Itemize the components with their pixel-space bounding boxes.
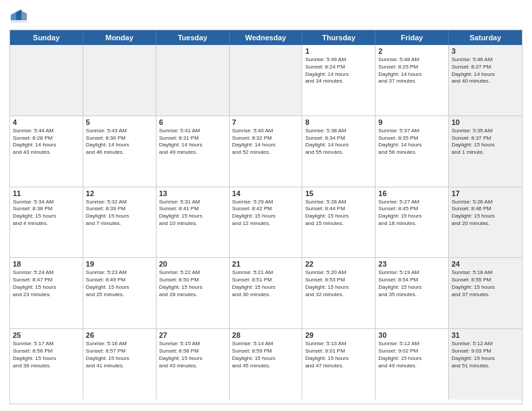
day-info: Sunrise: 5:49 AM Sunset: 8:24 PM Dayligh… [305,56,372,85]
calendar: SundayMondayTuesdayWednesdayThursdayFrid… [9,30,523,404]
calendar-row-1: 1Sunrise: 5:49 AM Sunset: 8:24 PM Daylig… [10,45,522,116]
day-info: Sunrise: 5:43 AM Sunset: 8:30 PM Dayligh… [86,128,153,156]
day-info: Sunrise: 5:27 AM Sunset: 8:45 PM Dayligh… [378,199,445,228]
day-number: 24 [451,260,519,268]
calendar-cell-day-10: 10Sunrise: 5:35 AM Sunset: 8:37 PM Dayli… [449,116,522,187]
calendar-cell-day-6: 6Sunrise: 5:41 AM Sunset: 8:31 PM Daylig… [157,116,230,187]
day-number: 6 [159,118,226,126]
calendar-cell-day-20: 20Sunrise: 5:22 AM Sunset: 8:50 PM Dayli… [157,258,230,328]
calendar-row-2: 4Sunrise: 5:44 AM Sunset: 8:28 PM Daylig… [10,116,522,187]
day-info: Sunrise: 5:34 AM Sunset: 8:38 PM Dayligh… [13,199,80,228]
day-number: 21 [232,260,300,268]
day-header-sunday: Sunday [10,30,83,45]
day-number: 17 [451,189,519,197]
day-info: Sunrise: 5:12 AM Sunset: 9:02 PM Dayligh… [378,340,445,369]
calendar-cell-day-14: 14Sunrise: 5:29 AM Sunset: 8:42 PM Dayli… [230,187,303,258]
calendar-cell-day-23: 23Sunrise: 5:19 AM Sunset: 8:54 PM Dayli… [375,258,449,328]
calendar-row-5: 25Sunrise: 5:17 AM Sunset: 8:56 PM Dayli… [10,328,522,400]
day-number: 27 [159,331,226,339]
calendar-cell-empty [10,45,83,116]
calendar-cell-empty [230,45,303,116]
day-number: 25 [13,331,80,339]
day-number: 1 [305,47,372,55]
day-number: 18 [13,260,80,268]
calendar-cell-day-5: 5Sunrise: 5:43 AM Sunset: 8:30 PM Daylig… [83,116,157,187]
calendar-cell-day-21: 21Sunrise: 5:21 AM Sunset: 8:51 PM Dayli… [230,258,303,328]
calendar-cell-day-15: 15Sunrise: 5:28 AM Sunset: 8:44 PM Dayli… [302,187,375,258]
day-info: Sunrise: 5:37 AM Sunset: 8:35 PM Dayligh… [378,128,445,156]
calendar-cell-day-29: 29Sunrise: 5:13 AM Sunset: 9:01 PM Dayli… [302,329,375,400]
calendar-header: SundayMondayTuesdayWednesdayThursdayFrid… [10,30,522,45]
day-number: 8 [305,118,372,126]
calendar-cell-day-27: 27Sunrise: 5:15 AM Sunset: 8:58 PM Dayli… [157,329,230,400]
day-number: 4 [13,118,80,126]
calendar-cell-day-28: 28Sunrise: 5:14 AM Sunset: 8:59 PM Dayli… [230,329,303,400]
logo [9,7,31,26]
day-info: Sunrise: 5:14 AM Sunset: 8:59 PM Dayligh… [232,340,300,369]
day-number: 9 [378,118,445,126]
day-number: 30 [378,331,445,339]
day-number: 2 [378,47,445,55]
day-header-monday: Monday [83,30,157,45]
calendar-cell-day-31: 31Sunrise: 5:12 AM Sunset: 9:03 PM Dayli… [449,329,522,400]
calendar-cell-day-25: 25Sunrise: 5:17 AM Sunset: 8:56 PM Dayli… [10,329,83,400]
day-number: 11 [13,189,80,197]
day-number: 23 [378,260,445,268]
calendar-cell-day-22: 22Sunrise: 5:20 AM Sunset: 8:53 PM Dayli… [302,258,375,328]
day-number: 26 [86,331,153,339]
day-info: Sunrise: 5:22 AM Sunset: 8:50 PM Dayligh… [159,269,226,298]
day-info: Sunrise: 5:38 AM Sunset: 8:34 PM Dayligh… [305,128,372,156]
day-info: Sunrise: 5:24 AM Sunset: 8:47 PM Dayligh… [13,269,80,298]
page-header [9,7,523,26]
day-header-friday: Friday [375,30,449,45]
day-number: 29 [305,331,372,339]
day-info: Sunrise: 5:31 AM Sunset: 8:41 PM Dayligh… [159,199,226,228]
day-info: Sunrise: 5:18 AM Sunset: 8:55 PM Dayligh… [451,269,519,298]
day-number: 22 [305,260,372,268]
calendar-cell-day-26: 26Sunrise: 5:16 AM Sunset: 8:57 PM Dayli… [83,329,157,400]
day-number: 28 [232,331,300,339]
calendar-cell-day-9: 9Sunrise: 5:37 AM Sunset: 8:35 PM Daylig… [375,116,449,187]
calendar-cell-day-8: 8Sunrise: 5:38 AM Sunset: 8:34 PM Daylig… [302,116,375,187]
day-info: Sunrise: 5:44 AM Sunset: 8:28 PM Dayligh… [13,128,80,156]
calendar-cell-day-12: 12Sunrise: 5:32 AM Sunset: 8:39 PM Dayli… [83,187,157,258]
calendar-cell-day-13: 13Sunrise: 5:31 AM Sunset: 8:41 PM Dayli… [157,187,230,258]
calendar-row-3: 11Sunrise: 5:34 AM Sunset: 8:38 PM Dayli… [10,187,522,258]
day-info: Sunrise: 5:40 AM Sunset: 8:32 PM Dayligh… [232,128,300,156]
calendar-row-4: 18Sunrise: 5:24 AM Sunset: 8:47 PM Dayli… [10,257,522,328]
calendar-page: SundayMondayTuesdayWednesdayThursdayFrid… [0,0,532,411]
day-number: 15 [305,189,372,197]
calendar-cell-day-4: 4Sunrise: 5:44 AM Sunset: 8:28 PM Daylig… [10,116,83,187]
day-info: Sunrise: 5:46 AM Sunset: 8:27 PM Dayligh… [451,56,519,85]
calendar-cell-day-18: 18Sunrise: 5:24 AM Sunset: 8:47 PM Dayli… [10,258,83,328]
day-info: Sunrise: 5:15 AM Sunset: 8:58 PM Dayligh… [159,340,226,369]
day-info: Sunrise: 5:23 AM Sunset: 8:49 PM Dayligh… [86,269,153,298]
day-info: Sunrise: 5:29 AM Sunset: 8:42 PM Dayligh… [232,199,300,228]
day-number: 3 [451,47,519,55]
day-info: Sunrise: 5:48 AM Sunset: 8:25 PM Dayligh… [378,56,445,85]
day-number: 14 [232,189,300,197]
day-number: 7 [232,118,300,126]
calendar-body: 1Sunrise: 5:49 AM Sunset: 8:24 PM Daylig… [10,45,522,400]
day-number: 12 [86,189,153,197]
day-info: Sunrise: 5:32 AM Sunset: 8:39 PM Dayligh… [86,199,153,228]
calendar-cell-day-16: 16Sunrise: 5:27 AM Sunset: 8:45 PM Dayli… [375,187,449,258]
day-info: Sunrise: 5:35 AM Sunset: 8:37 PM Dayligh… [451,128,519,156]
logo-icon [9,7,28,26]
day-number: 16 [378,189,445,197]
calendar-cell-day-19: 19Sunrise: 5:23 AM Sunset: 8:49 PM Dayli… [83,258,157,328]
day-number: 10 [451,118,519,126]
calendar-cell-empty [157,45,230,116]
calendar-cell-day-7: 7Sunrise: 5:40 AM Sunset: 8:32 PM Daylig… [230,116,303,187]
day-header-saturday: Saturday [449,30,522,45]
day-number: 5 [86,118,153,126]
day-info: Sunrise: 5:12 AM Sunset: 9:03 PM Dayligh… [451,340,519,369]
day-header-wednesday: Wednesday [230,30,303,45]
day-info: Sunrise: 5:19 AM Sunset: 8:54 PM Dayligh… [378,269,445,298]
day-info: Sunrise: 5:41 AM Sunset: 8:31 PM Dayligh… [159,128,226,156]
day-number: 20 [159,260,226,268]
calendar-cell-day-3: 3Sunrise: 5:46 AM Sunset: 8:27 PM Daylig… [449,45,522,116]
day-number: 31 [451,331,519,339]
day-info: Sunrise: 5:17 AM Sunset: 8:56 PM Dayligh… [13,340,80,369]
calendar-cell-day-11: 11Sunrise: 5:34 AM Sunset: 8:38 PM Dayli… [10,187,83,258]
